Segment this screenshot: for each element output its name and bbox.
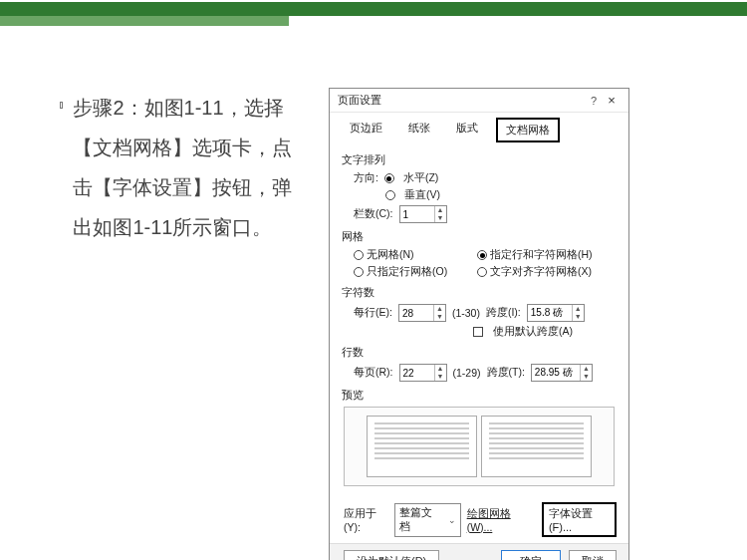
close-button[interactable]: ×	[603, 93, 621, 108]
line-pitch-spinner[interactable]: ▲▼	[531, 364, 593, 382]
cancel-button[interactable]: 取消	[569, 550, 617, 560]
tab-margins[interactable]: 页边距	[342, 118, 390, 142]
chars-per-line-spinner[interactable]: ▲▼	[398, 304, 446, 322]
char-pitch-spinner[interactable]: ▲▼	[527, 304, 585, 322]
radio-horizontal-label: 水平(Z)	[403, 171, 438, 185]
instruction-text: 步骤2：如图1-11，选择【文档网格】选项卡，点击【字体设置】按钮，弹出如图1-…	[60, 88, 309, 560]
dialog-title: 页面设置	[338, 93, 585, 108]
slide-banner	[0, 0, 747, 38]
columns-label: 栏数(C):	[354, 207, 393, 221]
apply-to-label: 应用于(Y):	[344, 507, 388, 533]
drawing-grid-button[interactable]: 绘图网格(W)...	[467, 507, 530, 533]
set-default-button[interactable]: 设为默认值(D)	[344, 550, 439, 560]
tab-bar: 页边距 纸张 版式 文档网格	[330, 113, 628, 142]
use-default-pitch-label: 使用默认跨度(A)	[493, 325, 573, 339]
dialog-titlebar: 页面设置 ? ×	[330, 89, 628, 113]
radio-line-char-grid[interactable]	[477, 250, 487, 260]
help-button[interactable]: ?	[585, 95, 603, 107]
section-chars: 字符数	[342, 285, 615, 300]
apply-to-value: 整篇文档	[399, 506, 437, 534]
chars-per-line-label: 每行(E):	[354, 306, 392, 320]
radio-align-char-grid[interactable]	[477, 267, 487, 277]
apply-to-select[interactable]: 整篇文档 ⌄	[394, 503, 460, 537]
tab-document-grid[interactable]: 文档网格	[496, 118, 560, 142]
preview-pane	[344, 407, 615, 486]
step-text: 步骤2：如图1-11，选择【文档网格】选项卡，点击【字体设置】按钮，弹出如图1-…	[73, 88, 309, 247]
section-preview: 预览	[342, 388, 615, 403]
use-default-pitch-checkbox[interactable]	[473, 327, 483, 337]
direction-label: 方向:	[354, 171, 378, 185]
lines-per-page-spinner[interactable]: ▲▼	[399, 364, 447, 382]
radio-line-only-grid[interactable]	[354, 267, 364, 277]
radio-vertical[interactable]	[385, 190, 395, 200]
line-pitch-label: 跨度(T):	[487, 366, 525, 380]
section-text-arrangement: 文字排列	[342, 152, 615, 167]
radio-horizontal[interactable]	[384, 173, 394, 183]
char-pitch-label: 跨度(I):	[486, 306, 521, 320]
section-lines: 行数	[342, 345, 615, 360]
chevron-down-icon: ⌄	[448, 515, 456, 525]
lines-per-page-label: 每页(R):	[354, 366, 393, 380]
section-grid: 网格	[342, 229, 615, 244]
radio-vertical-label: 垂直(V)	[404, 188, 440, 202]
lines-range: (1-29)	[453, 367, 481, 379]
chars-range: (1-30)	[452, 307, 480, 319]
radio-no-grid[interactable]	[354, 250, 364, 260]
bullet-icon	[60, 102, 63, 109]
font-settings-button[interactable]: 字体设置(F)...	[542, 502, 617, 537]
ok-button[interactable]: 确定	[501, 550, 561, 560]
tab-layout[interactable]: 版式	[448, 118, 486, 142]
tab-paper[interactable]: 纸张	[400, 118, 438, 142]
columns-input[interactable]	[400, 206, 434, 222]
page-setup-dialog: 页面设置 ? × 页边距 纸张 版式 文档网格 文字排列 方向: 水平(Z)	[329, 88, 629, 560]
columns-spinner[interactable]: ▲▼	[399, 205, 447, 223]
